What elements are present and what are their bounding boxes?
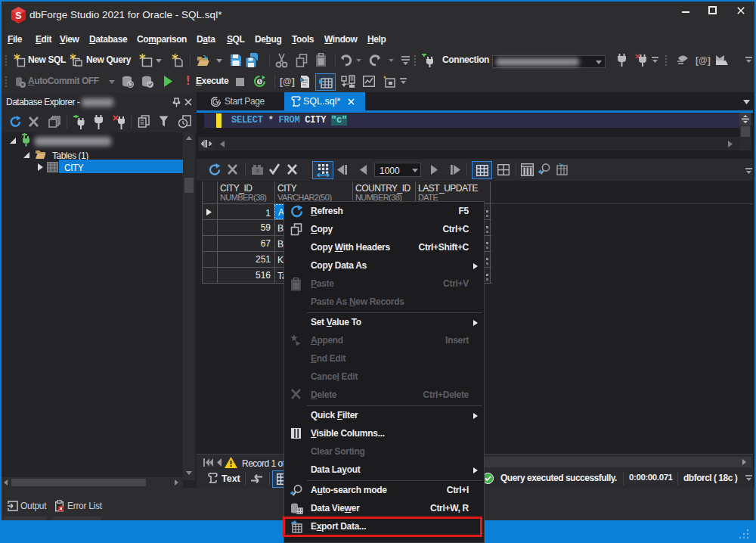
svg-text:S: S [15,11,21,21]
